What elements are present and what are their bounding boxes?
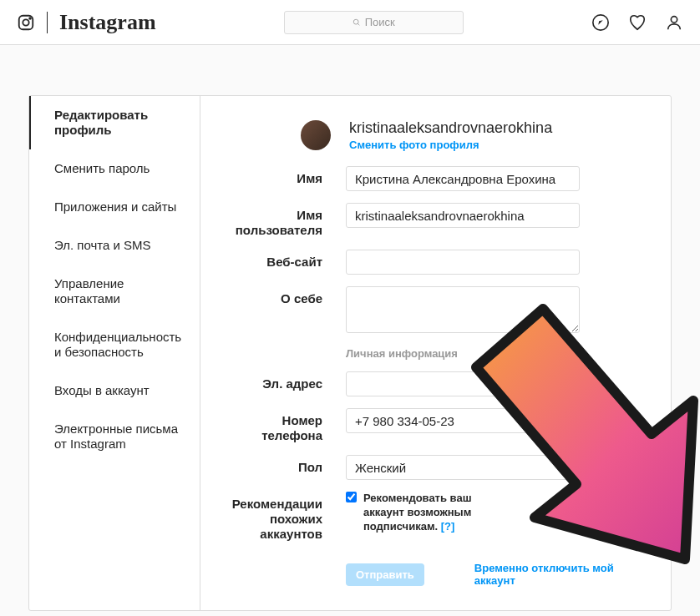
- label-website: Веб-сайт: [221, 250, 346, 270]
- search-placeholder: Поиск: [365, 16, 395, 28]
- svg-point-3: [353, 19, 358, 24]
- similar-help-link[interactable]: [?]: [441, 520, 455, 533]
- change-photo-link[interactable]: Сменить фото профиля: [349, 139, 552, 151]
- edit-profile-panel: kristinaaleksandrovnaerokhina Сменить фо…: [200, 96, 671, 610]
- input-name[interactable]: [346, 166, 580, 191]
- instagram-glyph-icon[interactable]: [17, 13, 35, 32]
- activity-heart-icon[interactable]: [628, 13, 647, 32]
- input-email[interactable]: [346, 371, 580, 396]
- row-name: Имя: [221, 166, 637, 191]
- svg-point-2: [29, 18, 31, 19]
- action-row: Отправить Временно отключить мой аккаунт: [346, 562, 637, 587]
- label-name: Имя: [221, 166, 346, 186]
- sidebar-item-email-sms[interactable]: Эл. почта и SMS: [29, 226, 200, 265]
- logo-divider: [47, 12, 48, 33]
- settings-container: Редактировать профиль Сменить пароль При…: [28, 95, 672, 611]
- label-email: Эл. адрес: [221, 371, 346, 391]
- sidebar-item-change-password[interactable]: Сменить пароль: [29, 149, 200, 188]
- sidebar-item-emails-from-instagram[interactable]: Электронные письма от Instagram: [29, 410, 200, 463]
- topbar-left: Instagram: [17, 10, 156, 35]
- row-email: Эл. адрес: [221, 371, 637, 396]
- sidebar-item-edit-profile[interactable]: Редактировать профиль: [29, 96, 200, 149]
- row-similar-accounts: Рекомендации похожих аккаунтов Рекомендо…: [221, 492, 637, 542]
- checkbox-similar-label: Рекомендовать ваш аккаунт возможным подп…: [363, 492, 489, 534]
- row-bio: О себе: [221, 286, 637, 336]
- svg-line-4: [358, 23, 359, 25]
- settings-sidebar: Редактировать профиль Сменить пароль При…: [29, 96, 200, 610]
- search-wrap: Поиск: [284, 11, 464, 34]
- profile-icon[interactable]: [665, 13, 683, 32]
- label-gender: Пол: [221, 455, 346, 475]
- topbar-right: [591, 13, 683, 32]
- submit-button[interactable]: Отправить: [346, 563, 424, 586]
- sidebar-item-apps-websites[interactable]: Приложения и сайты: [29, 188, 200, 226]
- row-website: Веб-сайт: [221, 250, 637, 275]
- avatar[interactable]: [301, 120, 331, 150]
- sidebar-item-manage-contacts[interactable]: Управление контактами: [29, 265, 200, 318]
- input-website[interactable]: [346, 250, 580, 275]
- input-gender[interactable]: [346, 455, 580, 480]
- disable-account-link[interactable]: Временно отключить мой аккаунт: [474, 562, 637, 587]
- top-navigation-bar: Instagram Поиск: [0, 0, 700, 45]
- svg-marker-6: [598, 20, 603, 25]
- profile-header: kristinaaleksandrovnaerokhina Сменить фо…: [301, 119, 637, 151]
- label-phone: Номер телефона: [221, 408, 346, 443]
- label-similar-accounts: Рекомендации похожих аккаунтов: [221, 492, 346, 542]
- search-input[interactable]: Поиск: [284, 11, 464, 34]
- sidebar-item-privacy-security[interactable]: Конфиденциальность и безопасность: [29, 318, 200, 371]
- row-gender: Пол: [221, 455, 637, 480]
- label-username: Имя пользователя: [221, 203, 346, 238]
- checkbox-similar-text: Рекомендовать ваш аккаунт возможным подп…: [363, 492, 471, 533]
- svg-point-7: [671, 16, 677, 22]
- instagram-wordmark[interactable]: Instagram: [59, 10, 156, 35]
- row-phone: Номер телефона: [221, 408, 637, 443]
- checkbox-similar-accounts[interactable]: [346, 492, 357, 502]
- row-username: Имя пользователя: [221, 203, 637, 238]
- input-phone[interactable]: [346, 408, 580, 433]
- input-username[interactable]: [346, 203, 580, 228]
- sidebar-item-login-activity[interactable]: Входы в аккаунт: [29, 371, 200, 410]
- input-bio[interactable]: [346, 286, 580, 333]
- username-block: kristinaaleksandrovnaerokhina Сменить фо…: [349, 119, 552, 151]
- explore-icon[interactable]: [591, 13, 610, 32]
- username-text: kristinaaleksandrovnaerokhina: [349, 119, 552, 137]
- search-icon: [353, 18, 361, 27]
- private-info-header: Личная информация: [346, 347, 637, 360]
- svg-point-1: [23, 19, 28, 25]
- label-bio: О себе: [221, 286, 346, 306]
